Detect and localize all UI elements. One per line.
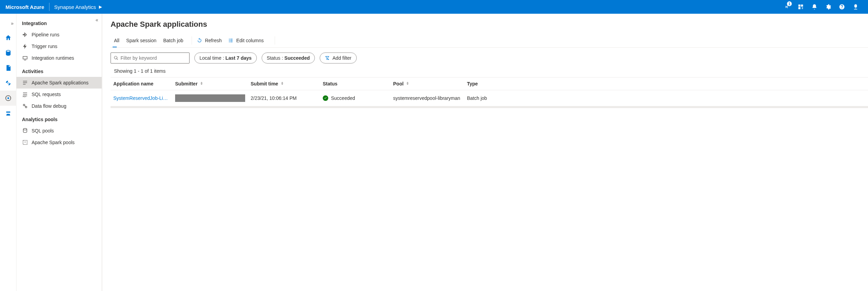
rail-expand-button[interactable]: » (0, 16, 16, 30)
rail-home[interactable] (0, 30, 16, 45)
cell-pool: systemreservedpool-libraryman (390, 95, 464, 102)
sidebar-item-spark-pools[interactable]: Apache Spark pools (16, 137, 102, 148)
svg-point-3 (25, 34, 26, 35)
edit-columns-button[interactable]: Edit columns (228, 38, 264, 43)
cell-submitter (172, 94, 248, 103)
sidebar-item-sql-pools[interactable]: SQL pools (16, 125, 102, 137)
tab-batch-job[interactable]: Batch job (160, 34, 187, 47)
rail-monitor[interactable] (0, 91, 16, 106)
table-header: Application name Submitter Submit time S… (111, 77, 868, 90)
debug-icon (22, 103, 28, 109)
sidebar: « Integration Pipeline runs Trigger runs… (16, 14, 102, 291)
sidebar-item-label: Data flow debug (32, 103, 66, 109)
sort-icon (406, 81, 410, 86)
cloud-shell-button[interactable]: 1 (780, 0, 794, 14)
sidebar-item-sql-requests[interactable]: SQL SQL requests (16, 89, 102, 100)
success-icon (323, 95, 328, 101)
rail-develop[interactable] (0, 60, 16, 75)
columns-icon (228, 38, 233, 43)
filter-time-pill[interactable]: Local time : Last 7 days (194, 53, 257, 63)
sql-icon: SQL (22, 91, 28, 97)
sidebar-section-integration: Integration (16, 16, 102, 29)
runtime-icon (22, 55, 28, 61)
sidebar-item-data-flow-debug[interactable]: Data flow debug (16, 100, 102, 112)
rail-manage[interactable] (0, 106, 16, 121)
col-header-name[interactable]: Application name (111, 78, 172, 90)
col-header-submitter[interactable]: Submitter (172, 78, 248, 90)
sidebar-item-pipeline-runs[interactable]: Pipeline runs (16, 29, 102, 40)
sidebar-item-spark-applications[interactable]: Apache Spark applications (16, 77, 102, 89)
svg-point-1 (7, 97, 9, 99)
svg-text:SQL: SQL (23, 95, 26, 97)
tab-spark-session[interactable]: Spark session (123, 34, 160, 47)
notification-badge: 1 (787, 1, 792, 6)
chevron-right-icon: ▶ (99, 4, 102, 9)
left-rail: » (0, 14, 16, 291)
filter-row: Local time : Last 7 days Status : Succee… (111, 53, 868, 63)
table-body: SystemReservedJob-Lib... 2/23/21, 10:06:… (111, 90, 868, 106)
sidebar-section-activities: Activities (16, 64, 102, 77)
tabs: All Spark session Batch job (111, 34, 187, 47)
breadcrumb[interactable]: Synapse Analytics ▶ (54, 4, 102, 10)
col-header-status[interactable]: Status (320, 78, 390, 90)
sidebar-item-label: SQL pools (32, 128, 54, 133)
trigger-icon (22, 43, 28, 49)
col-header-time[interactable]: Submit time (248, 78, 320, 90)
showing-count: Showing 1 - 1 of 1 items (114, 68, 868, 74)
redacted-submitter (175, 94, 245, 102)
sidebar-item-trigger-runs[interactable]: Trigger runs (16, 40, 102, 52)
toolbar-divider (275, 36, 275, 45)
spark-pool-icon (22, 139, 28, 146)
tab-all[interactable]: All (111, 34, 123, 47)
sort-icon (280, 81, 284, 86)
rail-data[interactable] (0, 45, 16, 60)
settings-button[interactable] (821, 0, 835, 14)
sidebar-collapse-button[interactable]: « (95, 17, 98, 23)
sidebar-item-label: Apache Spark applications (32, 80, 89, 85)
sql-pool-icon (22, 128, 28, 134)
refresh-icon (197, 38, 202, 43)
brand-label: Microsoft Azure (5, 4, 44, 10)
cell-name[interactable]: SystemReservedJob-Lib... (111, 95, 172, 102)
directories-button[interactable] (794, 0, 808, 14)
search-icon (114, 56, 118, 60)
sidebar-item-integration-runtimes[interactable]: Integration runtimes (16, 52, 102, 64)
sidebar-item-label: Integration runtimes (32, 55, 74, 61)
notifications-button[interactable] (808, 0, 821, 14)
col-header-type[interactable]: Type (464, 78, 868, 90)
svg-point-7 (23, 128, 27, 130)
filter-keyword-input[interactable] (121, 55, 186, 61)
col-header-pool[interactable]: Pool (390, 78, 464, 90)
toolbar-divider (192, 36, 192, 45)
sidebar-item-label: Trigger runs (32, 44, 57, 49)
filter-keyword-input-wrapper[interactable] (111, 53, 190, 63)
main-content: Apache Spark applications All Spark sess… (102, 14, 868, 291)
toolbar: All Spark session Batch job Refresh Edit… (111, 34, 868, 48)
feedback-button[interactable] (849, 0, 863, 14)
applications-table: Application name Submitter Submit time S… (111, 77, 868, 108)
page-title: Apache Spark applications (111, 20, 868, 29)
rail-integrate[interactable] (0, 75, 16, 91)
breadcrumb-label: Synapse Analytics (54, 4, 96, 10)
cell-status: Succeeded (320, 95, 390, 102)
filter-status-pill[interactable]: Status : Succeeded (262, 53, 315, 63)
sidebar-item-label: Pipeline runs (32, 32, 59, 37)
pipeline-icon (22, 32, 28, 38)
table-footer-bar (111, 106, 868, 108)
cell-time: 2/23/21, 10:06:14 PM (248, 95, 320, 102)
sidebar-section-analytics-pools: Analytics pools (16, 112, 102, 125)
svg-point-2 (23, 34, 24, 35)
top-header: Microsoft Azure Synapse Analytics ▶ 1 (0, 0, 868, 14)
filter-icon (325, 56, 330, 60)
help-button[interactable] (835, 0, 849, 14)
sort-icon (199, 81, 204, 86)
sidebar-item-label: SQL requests (32, 92, 61, 97)
sidebar-item-label: Apache Spark pools (32, 140, 75, 145)
refresh-button[interactable]: Refresh (197, 38, 222, 43)
cell-type: Batch job (464, 95, 868, 102)
spark-app-icon (22, 80, 28, 86)
add-filter-button[interactable]: Add filter (320, 53, 356, 63)
header-divider (49, 3, 49, 11)
table-row: SystemReservedJob-Lib... 2/23/21, 10:06:… (111, 90, 868, 106)
